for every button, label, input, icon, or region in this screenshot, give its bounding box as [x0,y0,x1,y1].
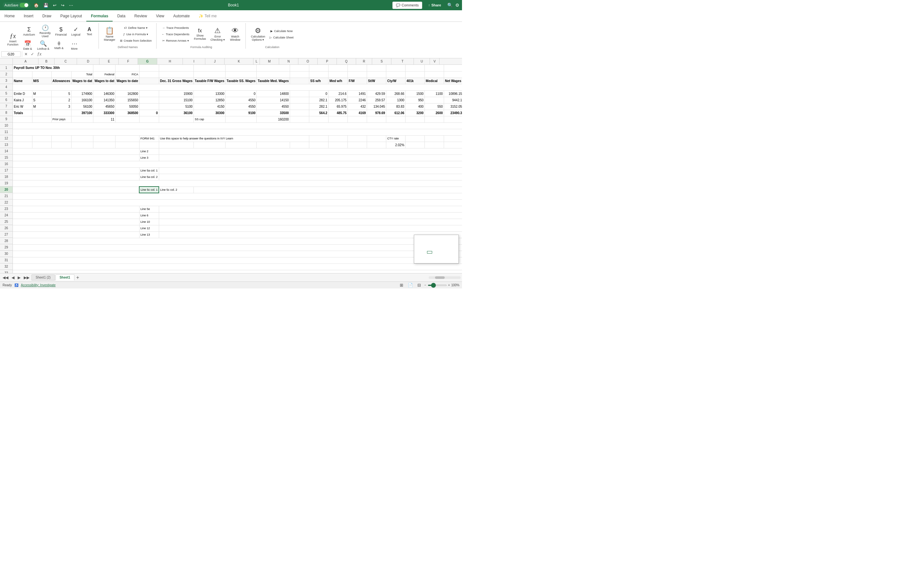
cell-C13[interactable] [51,142,71,148]
cell-K9[interactable]: 160200 [257,116,290,122]
row-19-empty[interactable] [13,180,462,187]
cell-K3[interactable]: Taxable Med. Wages [257,77,290,84]
cell-Q2[interactable] [386,71,405,77]
row-30-header[interactable]: 30 [0,251,13,257]
cell-Q12[interactable]: CTY rate [386,135,405,142]
row-30-empty[interactable] [13,251,462,257]
cell-Q3[interactable]: Cty/W [386,77,405,84]
cell-Q13[interactable]: 2.02% [386,142,405,148]
cell-E7[interactable]: 45650 [94,103,115,110]
accessibility-text[interactable]: Accessibility: Investigate [21,284,55,287]
watch-window-btn[interactable]: 👁 WatchWindow [228,24,243,45]
cell-L13[interactable] [290,142,309,148]
cell-R7[interactable]: 400 [405,103,425,110]
col-F[interactable]: F [119,58,138,64]
row-15-header[interactable]: 15 [0,155,13,161]
cell-M13[interactable] [309,142,328,148]
cell-R1[interactable] [405,65,425,71]
zoom-level[interactable]: 100% [451,284,459,287]
cell-K8[interactable]: 33500 [257,110,290,116]
cell-K13[interactable] [257,142,290,148]
cell-F5[interactable]: 162800 [115,90,139,97]
row-1-header[interactable]: 1 [0,65,13,71]
financial-btn[interactable]: $ Financial [53,25,69,37]
save-btn[interactable]: 💾 [42,2,50,8]
cell-N5[interactable]: 214.6 [328,90,348,97]
col-Q[interactable]: Q [337,58,356,64]
cell-G12[interactable]: FORM 941 [139,135,159,142]
cell-B7[interactable]: M [32,103,51,110]
cell-E6[interactable]: 141350 [94,97,115,103]
cell-H13[interactable] [159,142,194,148]
col-L[interactable]: L [254,58,260,64]
row-25-header[interactable]: 25 [0,219,13,225]
row-4-empty[interactable] [13,84,462,90]
col-U[interactable]: U [414,58,430,64]
cell-C8[interactable] [51,110,71,116]
cell-S7[interactable]: 550 [425,103,444,110]
cell-O8[interactable]: 4169 [348,110,367,116]
cell-A27[interactable] [13,231,139,238]
cell-G23[interactable]: Line 5e [139,206,159,212]
cell-R3[interactable]: 401k [405,77,425,84]
col-E[interactable]: E [99,58,119,64]
cell-P8[interactable]: 978.69 [367,110,386,116]
cell-I13[interactable] [194,142,226,148]
cell-H15[interactable] [159,155,462,161]
horizontal-scrollbar[interactable] [429,276,461,279]
cell-R9[interactable] [405,116,425,122]
cell-B13[interactable] [32,142,51,148]
row-22-header[interactable]: 22 [0,199,13,206]
col-M[interactable]: M [260,58,279,64]
cell-R13[interactable] [405,142,425,148]
insert-function-btn[interactable]: ƒx InsertFunction [5,29,21,50]
row-21-header[interactable]: 21 [0,193,13,199]
cell-H14[interactable] [159,148,462,155]
cell-G17[interactable]: Line 5a col. 1 [139,167,159,174]
tab-review[interactable]: Review [130,10,152,21]
cell-D2[interactable]: Total [71,71,94,77]
cell-L5[interactable] [290,90,309,97]
cell-G13[interactable] [139,142,159,148]
cell-D3[interactable]: Wages to dat [71,77,94,84]
sheet-tab-2[interactable]: Sheet1 [55,274,74,280]
row-31-empty[interactable] [13,257,462,263]
cell-M1[interactable] [309,65,328,71]
undo-btn[interactable]: ↩ [52,2,58,8]
cell-B9[interactable] [32,116,51,122]
zoom-out-btn[interactable]: − [425,284,426,287]
cell-T2[interactable] [444,71,462,77]
cell-H3[interactable]: Dec. 31 Gross Wages [159,77,194,84]
tab-data[interactable]: Data [113,10,129,21]
sheet-nav-last[interactable]: ▶▶ [23,275,31,280]
cell-R6[interactable]: 950 [405,97,425,103]
cell-M2[interactable] [309,71,328,77]
cell-A2[interactable] [13,71,32,77]
cell-P7[interactable]: 134.045 [367,103,386,110]
cell-A15[interactable] [13,155,139,161]
cell-F6[interactable]: 155650 [115,97,139,103]
cell-F2[interactable]: FICA [115,71,139,77]
tab-automate[interactable]: Automate [169,10,194,21]
cell-J3[interactable]: Taxable SS. Wages [226,77,257,84]
cell-A1[interactable]: Payroll Sums UP TO Nov. 30th [13,65,94,71]
cell-O7[interactable]: 432 [348,103,367,110]
create-from-selection-btn[interactable]: ⊞ Create from Selection [118,38,153,44]
cell-E5[interactable]: 146300 [94,90,115,97]
cell-G27[interactable]: Line 13 [139,231,159,238]
cell-H1[interactable] [159,65,194,71]
cell-B12[interactable] [32,135,51,142]
cell-R5[interactable]: 1500 [405,90,425,97]
cell-C6[interactable]: 2 [51,97,71,103]
cell-G9[interactable] [139,116,159,122]
row-31-header[interactable]: 31 [0,257,13,263]
cell-N8[interactable]: 485.75 [328,110,348,116]
cell-P3[interactable]: St/W [367,77,386,84]
cell-F8[interactable]: 368500 [115,110,139,116]
col-I[interactable]: I [183,58,205,64]
cell-I9[interactable]: SS cap [194,116,226,122]
cell-F9[interactable] [115,116,139,122]
sheet-nav-next[interactable]: ▶ [16,275,22,280]
cell-H23[interactable] [159,206,462,212]
row-26-header[interactable]: 26 [0,225,13,231]
